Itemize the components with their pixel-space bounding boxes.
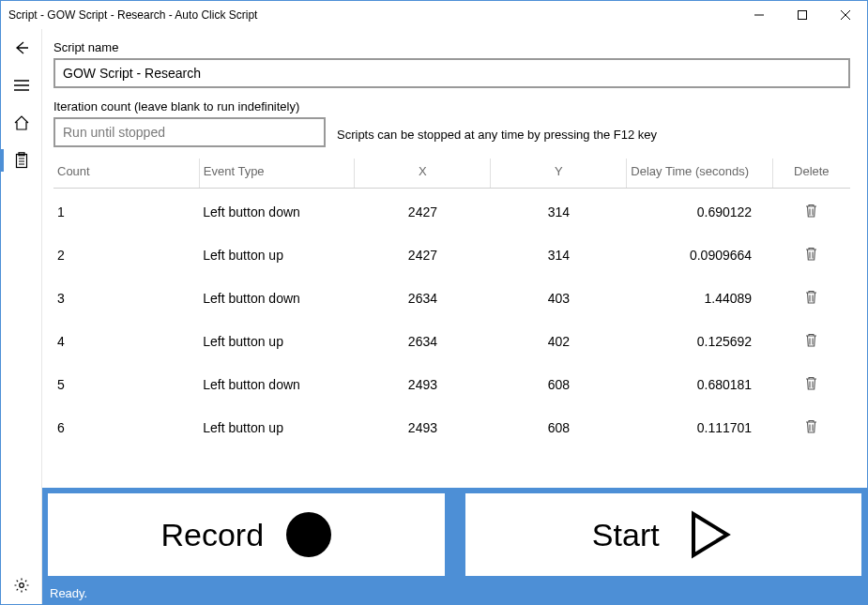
event-table: Count Event Type X Y Delay Time (seconds… [53,159,850,447]
back-button[interactable] [1,29,42,67]
delete-row-button[interactable] [805,376,817,393]
cell-x: 2427 [355,232,491,275]
cell-y: 314 [491,232,627,275]
delete-row-button[interactable] [805,333,817,350]
th-y[interactable]: Y [491,159,627,189]
start-label: Start [592,517,660,553]
gear-icon [13,577,30,594]
cell-x: 2493 [355,361,491,404]
cell-delay: 0.680181 [627,361,772,404]
status-text: Ready. [50,586,87,600]
hamburger-button[interactable] [1,67,42,104]
trash-icon [805,204,817,220]
cell-delay: 0.0909664 [627,232,772,275]
arrow-left-icon [13,39,30,56]
minimize-button[interactable] [738,1,781,29]
cell-delay: 0.111701 [627,404,772,447]
table-row[interactable]: 5Left button down24936080.680181 [53,361,850,404]
cell-count: 5 [53,361,199,404]
cell-count: 1 [53,189,199,233]
trash-icon [805,333,817,350]
close-button[interactable] [824,1,867,29]
table-row[interactable]: 3Left button down26344031.44089 [53,275,850,318]
nav-script[interactable] [1,142,42,179]
cell-delay: 1.44089 [627,275,772,318]
main-panel: Script name Iteration count (leave blank… [42,29,867,604]
table-row[interactable]: 6Left button up24936080.111701 [53,404,850,447]
cell-count: 6 [53,404,199,447]
cell-event-type: Left button up [199,318,355,361]
cell-count: 4 [53,318,199,361]
cell-count: 3 [53,275,199,318]
script-name-label: Script name [53,40,850,54]
th-delete[interactable]: Delete [772,159,850,189]
table-row[interactable]: 1Left button down24273140.690122 [53,189,850,233]
delete-row-button[interactable] [805,419,817,436]
table-row[interactable]: 4Left button up26344020.125692 [53,318,850,361]
record-icon [286,512,331,557]
start-button[interactable]: Start [460,488,868,582]
cell-x: 2493 [355,404,491,447]
trash-icon [805,419,817,436]
cell-event-type: Left button down [199,361,355,404]
delete-row-button[interactable] [805,247,817,264]
cell-event-type: Left button down [199,189,355,233]
th-delay[interactable]: Delay Time (seconds) [627,159,772,189]
delete-row-button[interactable] [805,290,817,307]
cell-x: 2634 [355,275,491,318]
play-icon [682,508,735,561]
th-count[interactable]: Count [53,159,199,189]
cell-delay: 0.690122 [627,189,772,233]
iteration-count-input[interactable] [53,117,326,147]
cell-y: 608 [491,361,627,404]
nav-settings[interactable] [1,567,42,604]
cell-count: 2 [53,232,199,275]
status-bar: Ready. [42,582,867,604]
cell-y: 608 [491,404,627,447]
trash-icon [805,376,817,393]
stop-hint: Scripts can be stopped at any time by pr… [337,128,657,147]
record-label: Record [160,517,264,553]
home-icon [13,114,30,131]
iteration-label: Iteration count (leave blank to run inde… [53,99,326,113]
svg-point-12 [19,583,23,588]
titlebar: Script - GOW Script - Research - Auto Cl… [1,1,867,29]
window-title: Script - GOW Script - Research - Auto Cl… [8,8,738,22]
record-button[interactable]: Record [42,488,450,582]
side-nav [1,29,42,604]
table-row[interactable]: 2Left button up24273140.0909664 [53,232,850,275]
svg-rect-1 [799,11,807,20]
trash-icon [805,247,817,264]
th-x[interactable]: X [355,159,491,189]
clipboard-icon [14,152,29,169]
action-button-row: Record Start [42,488,867,582]
cell-delay: 0.125692 [627,318,772,361]
nav-home[interactable] [1,104,42,142]
hamburger-icon [14,79,29,92]
cell-event-type: Left button up [199,404,355,447]
cell-y: 402 [491,318,627,361]
trash-icon [805,290,817,307]
delete-row-button[interactable] [805,204,817,220]
cell-event-type: Left button down [199,275,355,318]
cell-x: 2427 [355,189,491,233]
cell-x: 2634 [355,318,491,361]
event-table-wrap[interactable]: Count Event Type X Y Delay Time (seconds… [42,151,867,488]
cell-y: 403 [491,275,627,318]
maximize-button[interactable] [781,1,824,29]
th-event-type[interactable]: Event Type [199,159,355,189]
cell-y: 314 [491,189,627,233]
script-name-input[interactable] [53,58,850,88]
cell-event-type: Left button up [199,232,355,275]
